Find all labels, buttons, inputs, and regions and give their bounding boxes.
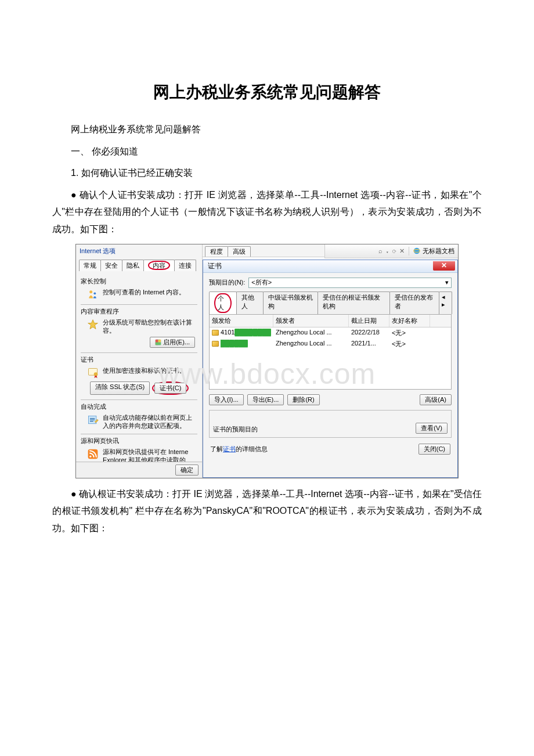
screenshot-1: Internet 选项 常规 安全 隐私 内容 连接 家长控制 控制可查看的 I… — [75, 244, 459, 478]
item-heading: 1. 如何确认证书已经正确安装 — [52, 164, 482, 182]
learn-more-link[interactable]: 证书 — [223, 445, 236, 452]
learn-more: 了解证书的详细信息 — [210, 445, 268, 453]
parental-text: 控制可查看的 Internet 内容。 — [103, 288, 197, 296]
doc-body: 网上纳税业务系统常见问题解答 一、 你必须知道 1. 如何确认证书已经正确安装 … — [52, 121, 482, 238]
certificates-dialog: 证书 ✕ 预期目的(N): <所有> ▾ 个人 其他人 中级证书颁发机构 — [203, 260, 458, 478]
enable-button[interactable]: 启用(E)... — [150, 337, 195, 348]
close-button[interactable]: 关闭(C) — [418, 444, 450, 455]
cert-table-header: 颁发给 颁发者 截止日期 友好名称 — [210, 315, 451, 327]
advanced-button[interactable]: 高级(A) — [420, 394, 452, 405]
autocomplete-header: 自动完成 — [81, 399, 197, 412]
export-button[interactable]: 导出(E)... — [247, 394, 284, 405]
certificates-button[interactable]: 证书(C) — [154, 383, 186, 394]
certificate-row-icon — [212, 341, 219, 347]
section-heading: 一、 你必须知道 — [52, 143, 482, 160]
rating-icon — [86, 318, 99, 331]
tab-programs[interactable]: 程度 — [205, 246, 228, 257]
doc-body-2: ● 确认根证书安装成功：打开 IE 浏览器，选择菜单--工具--Internet… — [52, 485, 482, 537]
cert-tab-other[interactable]: 其他人 — [236, 291, 264, 314]
autocomplete-icon — [86, 413, 99, 426]
internet-options-dialog: Internet 选项 常规 安全 隐私 内容 连接 家长控制 控制可查看的 I… — [76, 244, 203, 478]
clear-ssl-button[interactable]: 清除 SSL 状态(S) — [90, 381, 150, 395]
doc-title: 网上办税业务系统常见问题解答 — [52, 81, 482, 103]
import-button[interactable]: 导入(I)... — [209, 394, 244, 405]
svg-rect-5 — [156, 343, 161, 345]
cert-tab-personal[interactable]: 个人 — [209, 291, 237, 314]
tab-content[interactable]: 内容 — [143, 260, 175, 271]
feeds-header: 源和网页快讯 — [81, 434, 197, 447]
svg-point-1 — [93, 292, 96, 294]
svg-point-0 — [89, 290, 92, 293]
cert-tab-intermediate[interactable]: 中级证书颁发机构 — [263, 291, 318, 314]
purpose-select[interactable]: <所有> ▾ — [248, 278, 452, 288]
view-button[interactable]: 查看(V) — [416, 423, 448, 434]
feed-icon — [86, 448, 99, 460]
cert-tabs: 个人 其他人 中级证书颁发机构 受信任的根证书颁发机构 受信任的发布者 ◂ ▸ — [209, 291, 452, 314]
advisor-header: 内容审查程序 — [81, 304, 197, 317]
svg-point-8 — [94, 372, 98, 376]
tab-privacy[interactable]: 隐私 — [122, 260, 144, 271]
certificate-icon — [86, 366, 99, 379]
ok-button[interactable]: 确定 — [175, 465, 199, 476]
tab-general[interactable]: 常规 — [79, 260, 101, 271]
table-row[interactable]: ██████ Zhengzhou Local ... 2021/1... <无> — [210, 339, 451, 350]
table-row[interactable]: 4101████████ Zhengzhou Local ... 2022/2/… — [210, 327, 451, 339]
svg-marker-2 — [88, 319, 98, 329]
family-icon — [86, 288, 99, 301]
bullet-1: ● 确认个人证书安装成功：打开 IE 浏览器，选择菜单--工具--Interne… — [52, 186, 482, 238]
tab-connections[interactable]: 连接 — [174, 260, 196, 271]
browser-area: 程度 高级 ⌕ ▾ ⟳ ✕ 无标题文档 证书 ✕ 预期目 — [203, 244, 458, 478]
certificates-text: 使用加密连接和标识的证书。 — [103, 366, 197, 375]
cert-tab-trusted-pub[interactable]: 受信任的发布者 — [389, 291, 439, 314]
purpose-label: 预期目的(N): — [209, 278, 245, 287]
address-bar-icons[interactable]: ⌕ ▾ ⟳ ✕ — [378, 247, 405, 255]
chevron-down-icon: ▾ — [445, 279, 449, 286]
close-icon[interactable]: ✕ — [433, 261, 455, 271]
autocomplete-text: 自动完成功能存储以前在网页上 入的内容并向您建议匹配项。 — [103, 413, 197, 430]
browser-tab[interactable]: 无标题文档 — [409, 247, 454, 255]
cert-table: 颁发给 颁发者 截止日期 友好名称 4101████████ Zhengzhou… — [209, 314, 452, 390]
tab-advanced[interactable]: 高级 — [228, 246, 251, 257]
advisor-text: 分级系统可帮助您控制在该计算 容。 — [103, 318, 197, 335]
para-subtitle: 网上纳税业务系统常见问题解答 — [52, 121, 482, 138]
svg-rect-6 — [158, 340, 161, 343]
certificates-dialog-title: 证书 — [208, 261, 222, 271]
ie-icon — [413, 247, 421, 255]
svg-point-11 — [89, 455, 91, 457]
remove-button[interactable]: 删除(R) — [287, 394, 319, 405]
svg-point-12 — [414, 248, 420, 254]
tab-security[interactable]: 安全 — [100, 260, 122, 271]
cert-tab-trusted-root[interactable]: 受信任的根证书颁发机构 — [317, 291, 390, 314]
bullet-2: ● 确认根证书安装成功：打开 IE 浏览器，选择菜单--工具--Internet… — [52, 485, 482, 537]
internet-options-tabs: 常规 安全 隐私 内容 连接 — [76, 258, 202, 271]
internet-options-title: Internet 选项 — [76, 244, 202, 258]
parental-header: 家长控制 — [81, 275, 197, 287]
certificate-row-icon — [212, 330, 219, 336]
certificates-header: 证书 — [81, 352, 197, 365]
cert-purpose-box: 证书的预期目的 查看(V) — [209, 410, 452, 438]
cert-tab-scroll[interactable]: ◂ ▸ — [439, 291, 452, 314]
